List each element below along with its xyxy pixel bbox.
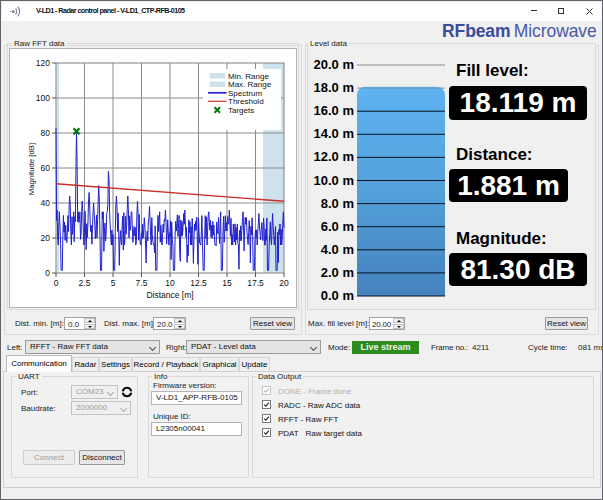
svg-text:20: 20 xyxy=(41,233,51,243)
svg-text:100: 100 xyxy=(36,93,50,103)
svg-text:0.0 m: 0.0 m xyxy=(321,288,354,303)
svg-text:0: 0 xyxy=(54,278,59,288)
svg-text:2.0 m: 2.0 m xyxy=(321,265,354,280)
svg-text:Distance [m]: Distance [m] xyxy=(146,290,193,300)
svg-text:20: 20 xyxy=(279,278,289,288)
svg-text:7.5: 7.5 xyxy=(136,278,148,288)
svg-text:10.0 m: 10.0 m xyxy=(314,173,354,188)
svg-text:18.0 m: 18.0 m xyxy=(314,80,354,95)
svg-text:120: 120 xyxy=(36,58,50,68)
svg-text:Magnitude [dB]: Magnitude [dB] xyxy=(27,143,36,195)
svg-text:15: 15 xyxy=(222,278,232,288)
svg-text:2.5: 2.5 xyxy=(79,278,91,288)
svg-text:5: 5 xyxy=(111,278,116,288)
svg-text:Targets: Targets xyxy=(228,106,254,115)
svg-text:4.0 m: 4.0 m xyxy=(321,242,354,257)
svg-text:17.5: 17.5 xyxy=(247,278,264,288)
svg-text:12.0 m: 12.0 m xyxy=(314,149,354,164)
svg-text:60: 60 xyxy=(41,163,51,173)
svg-text:6.0 m: 6.0 m xyxy=(321,219,354,234)
svg-text:10: 10 xyxy=(165,278,175,288)
svg-text:16.0 m: 16.0 m xyxy=(314,103,354,118)
svg-text:0: 0 xyxy=(45,268,50,278)
svg-text:20.0 m: 20.0 m xyxy=(314,57,354,72)
svg-text:12.5: 12.5 xyxy=(190,278,207,288)
svg-text:8.0 m: 8.0 m xyxy=(321,196,354,211)
svg-text:14.0 m: 14.0 m xyxy=(314,126,354,141)
svg-text:80: 80 xyxy=(41,128,51,138)
svg-text:40: 40 xyxy=(41,198,51,208)
